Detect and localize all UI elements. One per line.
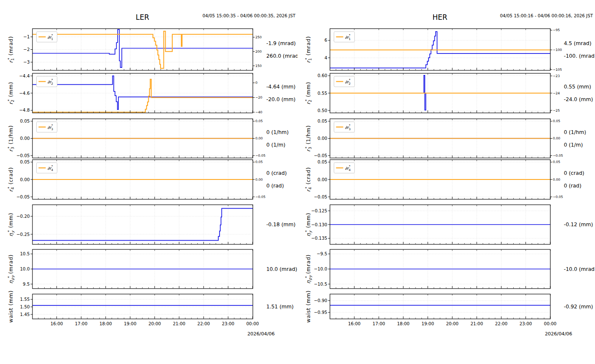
y-axis-label: ηpy* (mrad): [305, 254, 312, 284]
right-y-tick-label: −0.05: [255, 154, 265, 158]
x-tick-label: 20:00: [148, 321, 161, 326]
right-y-tick-label: −20: [255, 96, 262, 99]
legend: ∂r4*: [37, 163, 57, 173]
plot-area: [32, 205, 253, 244]
readout-value-blue: -4.64 (mm): [266, 84, 295, 90]
plot-area: [330, 294, 550, 319]
right-y-tick-label: 0.00: [553, 178, 560, 182]
readout-value-blue: 4.5 (mrad): [564, 40, 591, 46]
y-tick-label: −2: [23, 47, 29, 52]
x-tick-label: 18:00: [99, 321, 112, 326]
x-tick-label: 18:00: [397, 321, 410, 326]
plot-area: [32, 294, 253, 319]
x-tick-label: 22:00: [197, 321, 210, 326]
y-tick-label: −0.05: [314, 153, 327, 158]
y-axis-label: ηy* (mm): [7, 213, 15, 237]
y-tick-label: 10.0: [20, 266, 30, 271]
right-y-tick-label: 200: [255, 50, 262, 54]
x-tick-label: 19:00: [124, 321, 137, 326]
y-axis-label: r4* (crad): [305, 167, 312, 192]
y-tick-label: 10.5: [20, 251, 30, 256]
right-y-tick-label: −0.05: [553, 154, 563, 158]
y-tick-label: −0.95: [314, 310, 327, 315]
time-range-label: 04/05 15:00:16 - 04/06 00:00:16, 2026 JS…: [500, 13, 593, 18]
right-y-tick-label: 250: [255, 35, 262, 39]
right-y-tick-label: 0: [255, 81, 257, 85]
column-title: HER: [432, 13, 448, 21]
y-axis-label: r3* (1/hm): [305, 125, 312, 152]
x-tick-label: 00:00: [544, 321, 557, 326]
legend: ∂r4*: [334, 163, 355, 173]
readout-value-blue: -10.0 (mrad): [564, 266, 595, 272]
y-axis-label: r1* (mrad): [7, 36, 15, 63]
y-axis-label: ηpy* (mrad): [7, 254, 15, 284]
x-tick-label: 21:00: [471, 321, 483, 326]
y-tick-label: −0.135: [311, 236, 327, 241]
x-tick-label: 23:00: [222, 321, 234, 326]
y-tick-label: 1.45: [20, 312, 30, 317]
right-y-tick-label: −0.05: [255, 195, 265, 199]
right-y-tick-label: 0.00: [255, 178, 263, 182]
plot-r2*: 0.600.550.50−23−24−25r2* (mm)∂r2*0.55 (m…: [305, 73, 593, 113]
readout-value-orange: -24.0 (mm): [564, 96, 593, 102]
legend: ∂r2*: [334, 76, 355, 87]
time-range-label: 04/05 15:00:35 - 04/06 00:00:35, 2026 JS…: [202, 13, 295, 18]
right-y-tick-label: 150: [255, 64, 262, 68]
y-axis-label: ηy* (mm): [305, 213, 312, 237]
y-tick-label: 0.00: [20, 136, 30, 141]
y-tick-label: 1.50: [20, 304, 30, 309]
readout-value-blue: 0.55 (mm): [564, 84, 591, 90]
y-tick-label: −0.25: [16, 232, 30, 237]
plot-eta_y*: −0.20−0.25ηy* (mm)-0.18 (mm): [7, 205, 295, 244]
readout-value-orange: 260.0 (mrad): [266, 53, 298, 59]
y-tick-label: −0.125: [311, 208, 327, 213]
y-axis-label: waist (mm): [306, 290, 311, 323]
legend: ∂r1*: [334, 32, 355, 42]
readout-value-blue: 1.51 (mm): [266, 304, 294, 310]
x-tick-label: 17:00: [373, 321, 385, 326]
right-y-tick-label: 0.05: [255, 160, 263, 164]
her-chart-column: HER04/05 15:00:16 - 04/06 00:00:16, 2026…: [298, 0, 595, 364]
readout-value-blue: 0 (crad): [266, 170, 287, 176]
y-tick-label: 6: [324, 37, 327, 43]
readout-value-blue: 0 (1/hm): [564, 129, 586, 135]
chart-column-svg: HER04/05 15:00:16 - 04/06 00:00:16, 2026…: [298, 0, 595, 364]
y-axis-label: r2* (mm): [305, 82, 312, 104]
y-tick-label: −0.05: [314, 194, 327, 199]
y-tick-label: 0.00: [20, 177, 30, 182]
right-y-tick-label: −25: [553, 109, 560, 112]
legend: ∂r3*: [37, 122, 57, 132]
readout-value-blue: -1.9 (mrad): [266, 40, 296, 46]
right-y-tick-label: 0.00: [553, 136, 560, 140]
readout-value-blue: 10.0 (mrad): [266, 266, 297, 272]
y-axis-label: r1* (mrad): [305, 36, 312, 63]
x-tick-label: 00:00: [247, 321, 259, 326]
plot-r4*: 0.050.00−0.050.050.00−0.05r4* (crad)∂r4*…: [305, 159, 584, 199]
y-tick-label: 0.05: [20, 159, 30, 164]
y-tick-label: 0.05: [318, 159, 327, 164]
readout-value-orange: 0 (rad): [266, 183, 284, 189]
y-tick-label: −0.90: [314, 298, 327, 303]
x-tick-label: 21:00: [173, 321, 185, 326]
y-tick-label: −0.05: [16, 153, 30, 158]
right-y-tick-label: −40: [255, 110, 262, 114]
right-y-tick-label: −95: [553, 28, 560, 32]
y-tick-label: 0.05: [20, 118, 30, 123]
right-y-tick-label: −0.05: [553, 195, 563, 199]
y-tick-label: 0.00: [318, 136, 327, 141]
y-tick-label: −10.5: [314, 281, 327, 286]
readout-value-blue: 0 (1/hm): [266, 129, 289, 135]
legend: ∂r2*: [37, 76, 57, 87]
x-tick-label: 16:00: [348, 321, 361, 326]
y-tick-label: 0.50: [318, 108, 327, 113]
right-y-tick-label: −23: [553, 74, 560, 78]
right-y-tick-label: −100: [553, 48, 562, 52]
optics-monitor-page: LER04/05 15:00:35 - 04/06 00:00:35, 2026…: [0, 0, 595, 364]
plot-eta_py*: −9.5−10.0−10.5ηpy* (mrad)-10.0 (mrad): [305, 249, 595, 289]
readout-value-blue: -0.18 (mm): [266, 222, 295, 228]
y-tick-label: −1: [23, 34, 29, 39]
plot-r4*: 0.050.00−0.050.050.00−0.05r4* (crad)∂r4*…: [7, 159, 287, 199]
plot-r3*: 0.050.00−0.050.050.00−0.05r3* (1/hm)∂r3*…: [305, 118, 586, 158]
y-tick-label: 0.00: [318, 177, 327, 182]
y-tick-label: −4.4: [19, 73, 29, 78]
